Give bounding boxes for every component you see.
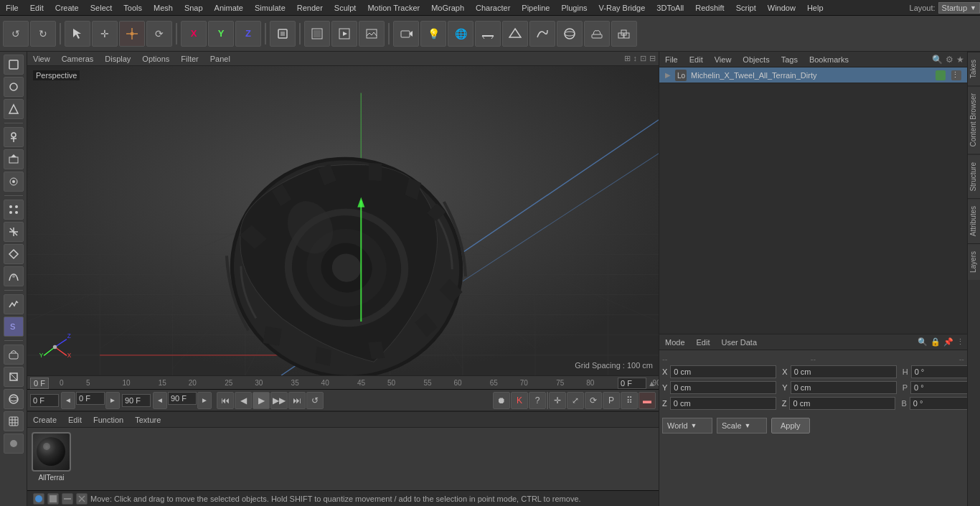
viewport-view-menu[interactable]: View bbox=[30, 54, 53, 64]
attr-lock-icon[interactable]: 🔒 bbox=[930, 337, 941, 347]
menu-sculpt[interactable]: Sculpt bbox=[329, 2, 362, 14]
viewport-display-menu[interactable]: Display bbox=[102, 54, 133, 64]
menu-script[interactable]: Script bbox=[730, 2, 762, 14]
attr-more-icon[interactable]: ⋮ bbox=[956, 337, 964, 347]
param-key-button[interactable]: P bbox=[603, 392, 620, 409]
cloner-button[interactable] bbox=[611, 21, 637, 47]
play-reverse-button[interactable]: ◀ bbox=[235, 392, 252, 409]
tab-layers[interactable]: Layers bbox=[968, 243, 980, 280]
menu-plugins[interactable]: Plugins bbox=[555, 2, 593, 14]
menu-3dto[interactable]: 3DToAll bbox=[651, 2, 689, 14]
search-icon[interactable]: 🔍 bbox=[932, 55, 943, 65]
sidebar-btn-17[interactable] bbox=[4, 434, 24, 454]
viewport-icon-3[interactable]: ⊡ bbox=[640, 54, 646, 63]
menu-file[interactable]: File bbox=[0, 2, 24, 14]
status-icon-minimize[interactable] bbox=[62, 493, 73, 505]
auto-key-button[interactable]: K bbox=[511, 392, 528, 409]
timeline-start-frame[interactable]: 0 F bbox=[30, 378, 49, 389]
render-button[interactable] bbox=[331, 21, 357, 47]
obj-edit-button[interactable]: Edit bbox=[687, 55, 706, 65]
scale-dropdown[interactable]: Scale ▼ bbox=[717, 418, 767, 434]
attr-search-icon[interactable]: 🔍 bbox=[918, 337, 928, 347]
status-icon-close[interactable] bbox=[76, 493, 88, 505]
render-preview-button[interactable] bbox=[304, 21, 330, 47]
viewport-options-menu[interactable]: Options bbox=[139, 54, 172, 64]
timeline-current-frame-input[interactable]: 0 F bbox=[618, 378, 646, 389]
attr-z-pos2-input[interactable]: 0 cm bbox=[789, 397, 895, 410]
sidebar-btn-4[interactable] bbox=[4, 127, 24, 147]
light-button[interactable]: 💡 bbox=[420, 21, 446, 47]
x-axis-button[interactable]: X bbox=[181, 21, 207, 47]
apply-button[interactable]: Apply bbox=[771, 418, 810, 434]
sidebar-btn-11[interactable] bbox=[4, 294, 24, 314]
object-button[interactable] bbox=[270, 21, 296, 47]
viewport-icon-4[interactable]: ⊟ bbox=[649, 54, 656, 63]
record-button[interactable]: ⏺ bbox=[493, 392, 510, 409]
sidebar-btn-10[interactable] bbox=[4, 266, 24, 286]
deformer-button[interactable] bbox=[584, 21, 610, 47]
status-icon-sphere[interactable] bbox=[33, 493, 44, 505]
attr-mode-button[interactable]: Mode bbox=[662, 337, 688, 347]
play-button[interactable]: ▶ bbox=[253, 392, 270, 409]
sidebar-btn-1[interactable] bbox=[4, 55, 24, 75]
mat-create-button[interactable]: Create bbox=[30, 415, 60, 425]
sidebar-btn-2[interactable] bbox=[4, 77, 24, 97]
sidebar-btn-15[interactable] bbox=[4, 389, 24, 409]
anim-view-button[interactable]: ▬ bbox=[639, 392, 656, 409]
attr-edit-button[interactable]: Edit bbox=[694, 337, 713, 347]
tab-content-browser[interactable]: Content Browser bbox=[968, 85, 980, 154]
scale-key-button[interactable]: ⤢ bbox=[567, 392, 584, 409]
mat-edit-button[interactable]: Edit bbox=[65, 415, 85, 425]
obj-visibility-tag[interactable] bbox=[936, 70, 946, 80]
floor-button[interactable] bbox=[475, 21, 501, 47]
rotate-tool-button[interactable]: ⟳ bbox=[146, 21, 172, 47]
rotate-key-button[interactable]: ⟳ bbox=[585, 392, 602, 409]
menu-mesh[interactable]: Mesh bbox=[148, 2, 179, 14]
nurbs-button[interactable] bbox=[557, 21, 583, 47]
menu-animate[interactable]: Animate bbox=[209, 2, 249, 14]
object-row[interactable]: ▶ Lo Michelin_X_Tweel_All_Terrain_Dirty … bbox=[659, 67, 967, 83]
frame-end-step-back[interactable]: ◄ bbox=[153, 392, 167, 409]
tab-attributes[interactable]: Attributes bbox=[968, 198, 980, 243]
sidebar-btn-5[interactable] bbox=[4, 149, 24, 169]
sidebar-btn-12[interactable]: S bbox=[4, 317, 24, 337]
settings-icon[interactable]: ⚙ bbox=[946, 55, 953, 65]
end-frame-input[interactable]: 90 F bbox=[168, 392, 197, 405]
obj-file-button[interactable]: File bbox=[662, 55, 681, 65]
tab-takes[interactable]: Takes bbox=[968, 52, 980, 85]
viewport-icon-2[interactable]: ↕ bbox=[633, 54, 638, 63]
preview-end-input[interactable]: 90 F bbox=[122, 394, 151, 407]
sidebar-btn-7[interactable] bbox=[4, 200, 24, 220]
frame-step-back[interactable]: ◄ bbox=[61, 392, 75, 409]
menu-motion-tracker[interactable]: Motion Tracker bbox=[362, 2, 425, 14]
mat-function-button[interactable]: Function bbox=[90, 415, 126, 425]
menu-select[interactable]: Select bbox=[85, 2, 118, 14]
z-axis-button[interactable]: Z bbox=[235, 21, 261, 47]
attr-pin-icon[interactable]: 📌 bbox=[943, 337, 953, 347]
move-key-button[interactable]: ✛ bbox=[549, 392, 566, 409]
render-to-picture-viewer[interactable] bbox=[359, 21, 385, 47]
go-to-end-button[interactable]: ⏭ bbox=[288, 392, 306, 409]
preview-start-input[interactable]: 0 F bbox=[30, 394, 59, 407]
camera-button[interactable] bbox=[393, 21, 419, 47]
obj-expand-icon[interactable]: ▶ bbox=[665, 71, 671, 79]
viewport-cameras-menu[interactable]: Cameras bbox=[59, 54, 97, 64]
menu-pipeline[interactable]: Pipeline bbox=[516, 2, 555, 14]
y-axis-button[interactable]: Y bbox=[208, 21, 234, 47]
timeline-frame-arrow[interactable]: ▲ bbox=[648, 379, 656, 388]
sidebar-btn-14[interactable] bbox=[4, 367, 24, 387]
bookmark-icon[interactable]: ★ bbox=[956, 55, 964, 65]
sidebar-btn-3[interactable] bbox=[4, 99, 24, 119]
frame-step-fwd[interactable]: ► bbox=[105, 392, 120, 409]
attr-x-pos-input[interactable]: 0 cm bbox=[670, 365, 776, 378]
sidebar-btn-16[interactable] bbox=[4, 411, 24, 431]
menu-redshift[interactable]: Redshift bbox=[689, 2, 730, 14]
menu-window[interactable]: Window bbox=[762, 2, 801, 14]
loop-button[interactable]: ↺ bbox=[306, 392, 324, 409]
env-button[interactable]: 🌐 bbox=[448, 21, 473, 47]
obj-objects-button[interactable]: Objects bbox=[740, 55, 772, 65]
sidebar-btn-8[interactable] bbox=[4, 222, 24, 242]
move-tool-button[interactable]: ✛ bbox=[92, 21, 118, 47]
tab-structure[interactable]: Structure bbox=[968, 154, 980, 199]
obj-options-tag[interactable]: ⋮ bbox=[951, 70, 961, 80]
